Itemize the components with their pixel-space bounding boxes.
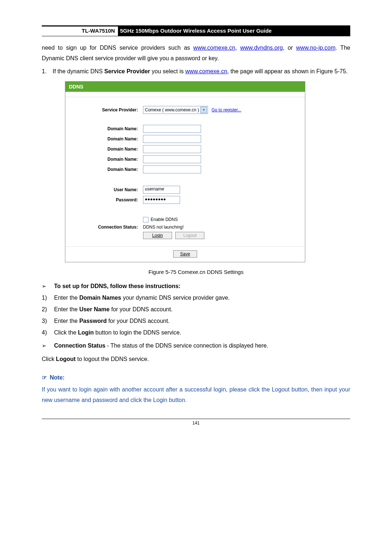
logout-line: Click Logout to logout the DDNS service. — [42, 354, 350, 365]
page-number: 141 — [42, 419, 350, 426]
enable-ddns-checkbox[interactable] — [143, 217, 148, 222]
intro-paragraph: need to sign up for DDNS service provide… — [42, 43, 350, 64]
domain-name-3-input[interactable] — [143, 145, 201, 153]
note-heading: ☞Note: — [42, 374, 350, 381]
link-dyndns[interactable]: www.dyndns.org — [240, 45, 283, 51]
save-button[interactable]: Save — [173, 250, 197, 258]
login-button[interactable]: Login — [143, 232, 172, 239]
chevron-down-icon: ▾ — [200, 107, 207, 113]
connection-status-value: DDNS not launching! — [143, 225, 298, 230]
domain-name-5-input[interactable] — [143, 165, 201, 173]
panel-title: DDNS — [65, 82, 305, 92]
note-body: If you want to login again with another … — [42, 385, 350, 406]
figure-caption: Figure 5-75 Comexe.cn DDNS Settings — [42, 269, 350, 275]
password-input[interactable]: ●●●●●●●● — [143, 196, 180, 204]
model-label: TL-WA7510N — [82, 26, 118, 36]
instruction-steps: 1)Enter the Domain Names your dynamic DN… — [42, 295, 350, 336]
doc-title: 5GHz 150Mbps Outdoor Wireless Access Poi… — [118, 26, 350, 36]
domain-name-1-input[interactable] — [143, 125, 201, 133]
hand-point-icon: ☞ — [42, 374, 47, 381]
domain-name-2-input[interactable] — [143, 135, 201, 143]
logout-button[interactable]: Logout — [175, 232, 204, 239]
domain-name-4-input[interactable] — [143, 155, 201, 163]
instructions-heading: ➢ To set up for DDNS, follow these instr… — [42, 283, 350, 290]
link-comexe[interactable]: www.comexe.cn — [193, 45, 236, 51]
service-provider-select[interactable]: Comexe ( www.comexe.cn ) ▾ — [143, 106, 208, 114]
register-link[interactable]: Go to register... — [212, 107, 241, 112]
connection-status-note: ➢ Connection Status - The status of the … — [42, 342, 350, 349]
ddns-screenshot: DDNS Service Provider: Comexe ( www.come… — [65, 81, 305, 262]
doc-header: TL-WA7510N 5GHz 150Mbps Outdoor Wireless… — [42, 25, 350, 36]
link-comexe-2[interactable]: www.comexe.cn — [185, 68, 228, 74]
link-noip[interactable]: www.no-ip.com — [296, 45, 335, 51]
username-input[interactable]: username — [143, 186, 180, 194]
numbered-item-1: 1. If the dynamic DNS Service Provider y… — [42, 67, 350, 76]
